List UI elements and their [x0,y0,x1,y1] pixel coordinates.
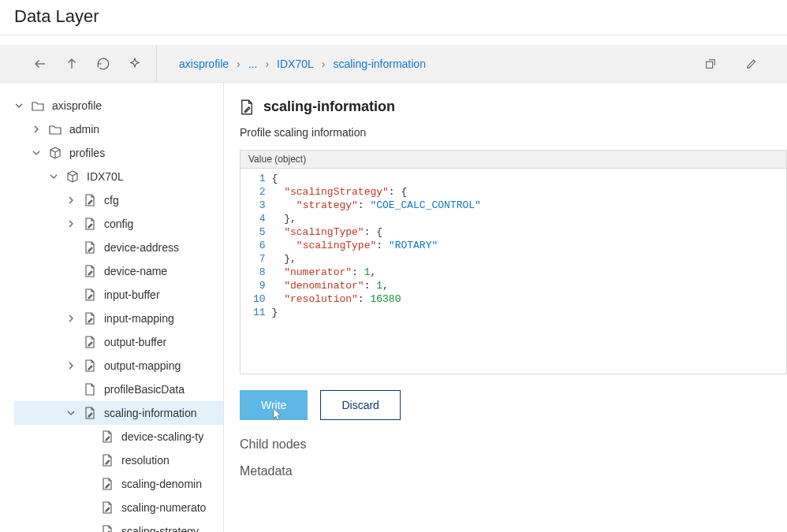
content-subheading: Profile scaling information [240,126,787,139]
tree-label: IDX70L [87,170,124,183]
tree-node-output-mapping[interactable]: output-mapping [14,354,223,378]
tree-label: scaling-information [104,407,197,419]
main: axisprofile admin profiles IDX70L cfg co [0,83,787,532]
doc-pencil-icon [84,359,96,372]
chevron-right-icon[interactable] [66,314,76,323]
popout-icon[interactable] [703,57,718,71]
tree-label: device-name [104,265,167,277]
tree-node-device-address[interactable]: device-address [14,236,223,259]
breadcrumb-actions [703,57,787,71]
sparkle-icon[interactable] [128,57,142,71]
back-icon[interactable] [33,57,47,71]
write-button[interactable]: Write [240,390,308,420]
doc-pencil-icon [101,525,114,532]
chevron-down-icon[interactable] [66,408,76,418]
tree-label: device-address [104,241,179,254]
tree-label: scaling-denomin [121,478,202,490]
cube-icon [49,147,62,159]
tree-node-axisprofile[interactable]: axisprofile [14,94,223,117]
tree-node-profiles[interactable]: profiles [14,141,223,165]
chevron-down-icon[interactable] [49,172,58,181]
action-row: Write Discard [240,390,787,420]
breadcrumb-sep: › [237,58,241,70]
tree-node-admin[interactable]: admin [14,117,223,141]
editor-tab-label: Value (object) [241,151,786,169]
chevron-down-icon[interactable] [14,101,24,110]
tree-label: input-mapping [104,312,174,325]
cube-icon [66,170,79,183]
toolbar-left [0,45,157,82]
tree-node-scaling-strategy[interactable]: scaling-strategy [14,519,223,532]
tree-label: scaling-strategy [121,525,199,532]
tree-label: admin [69,123,99,136]
tree-node-input-buffer[interactable]: input-buffer [14,283,223,307]
tree-node-scaling-numerator[interactable]: scaling-numerato [14,496,223,519]
breadcrumb-item-idx70l[interactable]: IDX70L [277,58,314,70]
tree-label: config [104,218,133,230]
pencil-icon[interactable] [744,57,759,71]
doc-pencil-icon [84,241,96,254]
tree-label: cfg [104,194,119,206]
tree-node-config[interactable]: config [14,212,223,236]
tree-node-output-buffer[interactable]: output-buffer [14,330,223,354]
breadcrumb: axisprofile › ... › IDX70L › scaling-inf… [157,58,703,70]
doc-pencil-icon [84,336,96,348]
breadcrumb-item-ellipsis[interactable]: ... [248,58,258,70]
line-gutter: 1234567891011 [241,172,272,370]
chevron-down-icon[interactable] [32,148,41,158]
tree-node-resolution[interactable]: resolution [14,448,223,472]
doc-pencil-icon [84,407,96,419]
doc-pencil-icon [84,288,96,301]
json-editor[interactable]: Value (object) 1234567891011 { "scalingS… [240,150,787,374]
tree-node-scaling-information[interactable]: scaling-information [14,401,223,425]
doc-pencil-icon [84,265,96,277]
tree-label: input-buffer [104,288,160,301]
cursor-icon [270,407,283,424]
doc-pencil-icon [84,312,96,325]
content-header: scaling-information [240,99,787,115]
breadcrumb-item-scaling-information[interactable]: scaling-information [333,58,426,70]
up-icon[interactable] [65,57,79,71]
tree-node-device-name[interactable]: device-name [14,259,223,283]
refresh-icon[interactable] [96,57,110,71]
chevron-right-icon[interactable] [66,361,76,370]
tree-label: scaling-numerato [121,501,206,514]
chevron-right-icon[interactable] [66,195,76,205]
doc-pencil-icon [84,194,96,206]
code-lines[interactable]: { "scalingStrategy": { "strategy": "COE_… [272,172,490,370]
tree-node-cfg[interactable]: cfg [14,188,223,212]
tree-node-input-mapping[interactable]: input-mapping [14,307,223,330]
tree-node-scaling-denominator[interactable]: scaling-denomin [14,472,223,496]
discard-button-label: Discard [341,399,379,411]
svg-rect-2 [707,61,713,68]
child-nodes-section[interactable]: Child nodes [240,437,787,452]
page-title: Data Layer [0,0,787,35]
tree-label: axisprofile [52,99,102,112]
chevron-right-icon[interactable] [32,125,41,134]
breadcrumb-sep: › [265,58,269,70]
doc-icon [84,383,96,396]
metadata-section[interactable]: Metadata [240,464,787,478]
breadcrumb-item-axisprofile[interactable]: axisprofile [179,58,229,70]
tree-label: output-mapping [104,359,181,372]
tree-node-device-scaling-type[interactable]: device-scaling-ty [14,425,223,448]
chevron-right-icon[interactable] [66,219,76,229]
tree-label: device-scaling-ty [121,430,203,443]
tree-label: output-buffer [104,336,166,348]
tree-label: resolution [121,454,170,467]
content-heading: scaling-information [263,99,395,115]
folder-icon [32,99,44,112]
doc-pencil-icon [101,430,114,443]
folder-icon [49,123,62,136]
code-area[interactable]: 1234567891011 { "scalingStrategy": { "st… [241,169,786,374]
tree-node-profile-basic-data[interactable]: profileBasicData [14,378,223,401]
doc-pencil-icon [101,501,114,514]
doc-pencil-icon [240,99,254,115]
doc-pencil-icon [84,218,96,230]
toolbar: axisprofile › ... › IDX70L › scaling-inf… [0,45,787,83]
doc-pencil-icon [101,478,114,490]
tree-sidebar: axisprofile admin profiles IDX70L cfg co [0,83,224,532]
doc-pencil-icon [101,454,114,467]
tree-node-idx70l[interactable]: IDX70L [14,165,223,188]
discard-button[interactable]: Discard [320,390,400,420]
